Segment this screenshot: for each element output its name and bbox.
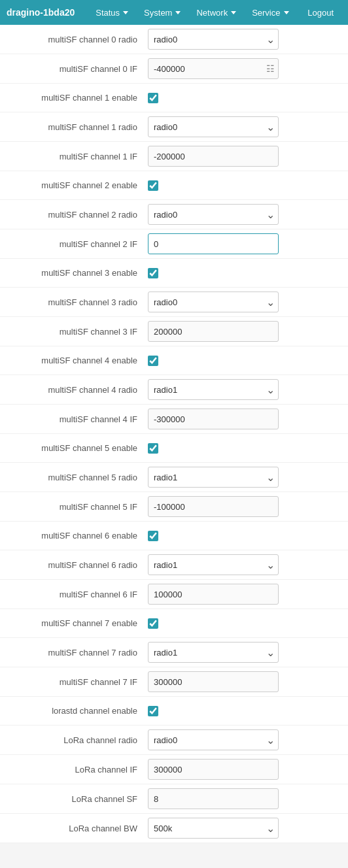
field-control (148, 268, 338, 278)
checkbox-input[interactable] (148, 356, 158, 366)
text-input[interactable] (148, 409, 279, 429)
select-input[interactable]: radio0radio1 (148, 554, 279, 575)
logout-button[interactable]: Logout (300, 0, 341, 25)
form-row: multiSF channel 5 enable (0, 434, 348, 463)
form-row: multiSF channel 3 enable (0, 259, 348, 288)
select-input[interactable]: radio0radio1 (148, 642, 279, 663)
nav-system[interactable]: System (136, 0, 188, 25)
field-label: LoRa channel BW (10, 824, 148, 833)
checkbox-input[interactable] (148, 180, 158, 191)
navbar: dragino-1bda20 Status System Network Ser… (0, 0, 348, 25)
form-row: multiSF channel 7 IF (0, 667, 348, 697)
checkbox-input[interactable] (148, 268, 158, 278)
form-row: multiSF channel 3 radioradio0radio1⌄ (0, 288, 348, 317)
select-input[interactable]: radio0radio1 (148, 29, 279, 50)
nav-network[interactable]: Network (188, 0, 244, 25)
select-wrapper: radio0radio1⌄ (148, 729, 279, 750)
text-input[interactable] (148, 671, 279, 692)
text-input[interactable] (148, 788, 279, 809)
field-label: multiSF channel 7 IF (10, 677, 148, 687)
field-control (148, 356, 338, 366)
form-row: multiSF channel 6 enable (0, 522, 348, 550)
form-row: multiSF channel 2 IF (0, 229, 348, 259)
checkbox-input[interactable] (148, 531, 158, 541)
text-input[interactable] (148, 58, 279, 79)
field-label: multiSF channel 1 radio (10, 122, 148, 132)
checkbox-input[interactable] (148, 93, 158, 103)
checkbox-input[interactable] (148, 706, 158, 716)
field-control (148, 93, 338, 103)
field-label: LoRa channel SF (10, 794, 148, 804)
field-control: radio0radio1⌄ (148, 116, 338, 137)
field-label: multiSF channel 5 radio (10, 473, 148, 482)
field-label: lorastd channel enable (10, 706, 148, 716)
text-input-focused[interactable] (148, 233, 279, 254)
form-row: multiSF channel 1 enable (0, 84, 348, 112)
field-label: LoRa channel IF (10, 765, 148, 775)
nav-brand: dragino-1bda20 (7, 7, 75, 18)
select-input[interactable]: 125k250k500k (148, 818, 279, 839)
checkbox-input[interactable] (148, 443, 158, 454)
form-container: multiSF channel 0 radioradio0radio1⌄mult… (0, 25, 348, 843)
field-label: multiSF channel 4 radio (10, 385, 148, 395)
field-label: multiSF channel 3 radio (10, 297, 148, 307)
field-control (148, 146, 338, 167)
form-row: LoRa channel radioradio0radio1⌄ (0, 726, 348, 755)
form-row: lorastd channel enable (0, 697, 348, 726)
form-row: multiSF channel 2 enable (0, 171, 348, 200)
input-with-icon-wrapper: ☷ (148, 58, 279, 79)
field-label: multiSF channel 5 IF (10, 502, 148, 512)
service-dropdown-icon (284, 11, 289, 14)
text-input[interactable] (148, 759, 279, 780)
field-label: multiSF channel 0 IF (10, 64, 148, 74)
select-wrapper: radio0radio1⌄ (148, 204, 279, 225)
form-row: multiSF channel 7 enable (0, 609, 348, 638)
select-input[interactable]: radio0radio1 (148, 292, 279, 312)
field-label: multiSF channel 4 enable (10, 356, 148, 365)
checkbox-input[interactable] (148, 618, 158, 629)
field-label: multiSF channel 5 enable (10, 443, 148, 453)
field-label: multiSF channel 1 enable (10, 93, 148, 103)
field-label: multiSF channel 2 enable (10, 180, 148, 190)
field-control (148, 788, 338, 809)
select-input[interactable]: radio0radio1 (148, 379, 279, 400)
select-wrapper: radio0radio1⌄ (148, 116, 279, 137)
field-label: multiSF channel 6 enable (10, 531, 148, 541)
nav-status[interactable]: Status (88, 0, 136, 25)
select-input[interactable]: radio0radio1 (148, 204, 279, 225)
form-row: multiSF channel 0 radioradio0radio1⌄ (0, 25, 348, 54)
text-input[interactable] (148, 146, 279, 167)
field-control: 125k250k500k⌄ (148, 818, 338, 839)
select-wrapper: radio0radio1⌄ (148, 379, 279, 400)
text-input[interactable] (148, 321, 279, 342)
form-row: multiSF channel 4 enable (0, 346, 348, 375)
status-dropdown-icon (123, 11, 128, 14)
select-input[interactable]: radio0radio1 (148, 729, 279, 750)
field-control: radio0radio1⌄ (148, 379, 338, 400)
field-control (148, 443, 338, 454)
form-row: multiSF channel 4 radioradio0radio1⌄ (0, 375, 348, 405)
field-control: radio0radio1⌄ (148, 729, 338, 750)
form-row: multiSF channel 4 IF (0, 405, 348, 434)
field-control (148, 584, 338, 605)
field-label: multiSF channel 2 IF (10, 239, 148, 249)
form-row: LoRa channel SF (0, 784, 348, 814)
field-label: multiSF channel 4 IF (10, 414, 148, 424)
form-row: multiSF channel 6 IF (0, 580, 348, 609)
select-input[interactable]: radio0radio1 (148, 467, 279, 488)
select-wrapper: radio0radio1⌄ (148, 642, 279, 663)
field-control (148, 759, 338, 780)
form-row: multiSF channel 1 IF (0, 142, 348, 171)
field-control (148, 671, 338, 692)
field-control: radio0radio1⌄ (148, 467, 338, 488)
select-wrapper: radio0radio1⌄ (148, 29, 279, 50)
field-control: radio0radio1⌄ (148, 29, 338, 50)
form-row: LoRa channel IF (0, 755, 348, 784)
text-input[interactable] (148, 584, 279, 605)
field-control (148, 233, 338, 254)
system-dropdown-icon (175, 11, 181, 14)
nav-service[interactable]: Service (244, 0, 296, 25)
text-input[interactable] (148, 496, 279, 517)
select-input[interactable]: radio0radio1 (148, 116, 279, 137)
select-wrapper: radio0radio1⌄ (148, 292, 279, 312)
